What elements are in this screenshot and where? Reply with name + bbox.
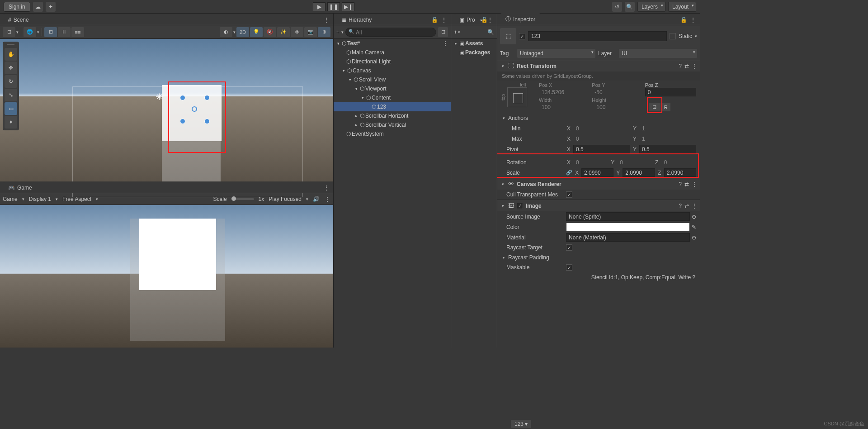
create-dropdown[interactable]: +: [336, 29, 340, 35]
help-icon[interactable]: ?: [679, 203, 682, 209]
object-picker-icon[interactable]: ⊙: [692, 214, 696, 220]
display-dropdown[interactable]: Display 1: [29, 196, 51, 202]
grid-snap-icon[interactable]: ⊞: [44, 27, 57, 37]
help-icon[interactable]: ?: [679, 63, 682, 69]
blueprint-mode-button[interactable]: ⊡: [649, 103, 660, 111]
camera-icon[interactable]: 📷: [304, 27, 317, 37]
snap-inc-icon[interactable]: ⁞⁞: [58, 27, 71, 37]
preset-icon[interactable]: ⇄: [684, 181, 689, 187]
pivot-y[interactable]: 0.5: [639, 145, 696, 153]
gizmos-icon[interactable]: ⊕: [318, 27, 330, 37]
fx-icon[interactable]: ✨: [277, 27, 290, 37]
maskable-checkbox[interactable]: ✓: [566, 264, 572, 271]
active-checkbox[interactable]: ✓: [519, 33, 525, 39]
menu-icon[interactable]: ⋮: [692, 63, 697, 69]
cloud-icon[interactable]: ☁: [33, 2, 43, 12]
sign-in-button[interactable]: Sign in: [4, 2, 30, 12]
rotate-tool-icon[interactable]: ↻: [5, 75, 17, 88]
lock-icon[interactable]: 🔓: [431, 17, 438, 23]
project-tree[interactable]: ▸▣ Assets ▣ Packages: [451, 39, 497, 348]
tab-inspector[interactable]: ⓘInspector: [500, 13, 541, 25]
panel-menu-icon[interactable]: ⋮: [690, 16, 696, 24]
game-menu-icon[interactable]: ⋮: [324, 195, 330, 203]
tool-handle-icon[interactable]: ⊡: [3, 27, 15, 37]
object-picker-icon[interactable]: ⊙: [692, 234, 696, 241]
filter-icon[interactable]: ⊡: [438, 27, 448, 37]
play-button[interactable]: ▶: [313, 2, 326, 11]
hand-tool-icon[interactable]: ✋: [5, 48, 17, 61]
vcs-icon[interactable]: ✦: [46, 2, 56, 12]
scale-tool-icon[interactable]: ⤡: [5, 89, 17, 101]
create-dropdown[interactable]: +: [454, 29, 457, 35]
raw-edit-button[interactable]: R: [661, 103, 670, 111]
audio-icon[interactable]: 🔇: [264, 27, 276, 37]
tab-hierarchy[interactable]: ≣Hierarchy: [336, 14, 377, 25]
game-dropdown[interactable]: Game: [3, 196, 18, 202]
shading-icon[interactable]: ◐: [220, 27, 232, 37]
layout-dropdown[interactable]: Layout: [668, 2, 696, 12]
name-field[interactable]: 123: [528, 31, 667, 41]
tab-scene[interactable]: #Scene: [3, 14, 34, 25]
light-icon[interactable]: 💡: [250, 27, 263, 37]
tab-game[interactable]: 🎮Game: [3, 182, 38, 193]
lock-icon[interactable]: 🔓: [680, 17, 687, 23]
handle-br[interactable]: [204, 119, 210, 124]
panel-menu-icon[interactable]: ⋮: [323, 16, 330, 24]
transform-tool-icon[interactable]: ✦: [5, 116, 17, 129]
anchor-gizmo-icon[interactable]: ✳: [156, 91, 163, 102]
cull-checkbox[interactable]: ✓: [566, 191, 572, 198]
panel-menu-icon[interactable]: ⋮: [441, 16, 447, 24]
pivot-x[interactable]: 0.5: [573, 145, 630, 153]
preset-icon[interactable]: ⇄: [684, 63, 689, 69]
preset-icon[interactable]: ⇄: [684, 203, 689, 209]
hierarchy-search[interactable]: 🔍All: [345, 28, 436, 37]
handle-center[interactable]: [192, 106, 197, 112]
layer-dropdown[interactable]: UI: [619, 49, 697, 58]
visibility-icon[interactable]: 👁: [291, 27, 303, 37]
folder-icon: ▣: [459, 40, 464, 47]
tag-dropdown[interactable]: Untagged: [517, 49, 595, 58]
eyedropper-icon[interactable]: ✎: [692, 224, 696, 230]
help-icon[interactable]: ?: [679, 181, 682, 187]
menu-icon[interactable]: ⋮: [692, 181, 697, 187]
scene-menu-icon[interactable]: ⋮: [443, 40, 448, 47]
scale-slider[interactable]: [231, 198, 254, 200]
hierarchy-tree[interactable]: ▾⬡ Test*⋮ ⬡ Main Camera ⬡ Directional Li…: [334, 39, 451, 348]
pause-button[interactable]: ❚❚: [327, 2, 340, 11]
source-image-field[interactable]: None (Sprite): [566, 212, 690, 221]
audio-toggle-icon[interactable]: 🔊: [313, 196, 320, 202]
raycast-padding-label[interactable]: Raycast Padding: [508, 254, 549, 261]
tab-project[interactable]: ▣Pro: [454, 14, 481, 25]
panel-menu-icon[interactable]: ⋮: [323, 184, 330, 191]
handle-bl[interactable]: [180, 119, 185, 124]
anchors-label[interactable]: Anchors: [508, 115, 528, 121]
scene-icon: ⬡: [342, 40, 346, 47]
static-checkbox[interactable]: [670, 33, 676, 39]
search-icon[interactable]: 🔍: [625, 2, 635, 12]
anchor-preset-button[interactable]: [507, 87, 527, 107]
rect-tool-icon[interactable]: ▭: [5, 102, 17, 115]
image-enabled-checkbox[interactable]: ✓: [517, 203, 523, 209]
material-field[interactable]: None (Material): [566, 233, 690, 242]
handle-tr[interactable]: [204, 95, 210, 100]
go-icon: ⬡: [360, 86, 364, 92]
posz-field[interactable]: 0: [645, 88, 696, 96]
handle-tl[interactable]: [180, 95, 185, 100]
help-icon[interactable]: ?: [692, 274, 695, 281]
raycast-checkbox[interactable]: ✓: [566, 244, 572, 251]
menu-icon[interactable]: ⋮: [692, 203, 697, 209]
gameobject-icon[interactable]: ⬚: [500, 28, 516, 44]
tool-globe-icon[interactable]: 🌐: [24, 27, 36, 37]
hierarchy-item-selected[interactable]: ⬡ 123: [334, 102, 451, 111]
panel-menu-icon[interactable]: ⋮: [487, 16, 493, 24]
move-tool-icon[interactable]: ✥: [5, 62, 17, 74]
snap-icon[interactable]: ≡≡: [71, 27, 84, 37]
component-title: Rect Transform: [517, 63, 676, 69]
color-field[interactable]: [566, 223, 690, 231]
layers-dropdown[interactable]: Layers: [637, 2, 665, 12]
mode-2d-button[interactable]: 2D: [236, 27, 249, 37]
scene-view[interactable]: ✋ ✥ ↻ ⤡ ▭ ✦ ✳: [0, 39, 333, 181]
search-icon[interactable]: 🔍: [487, 29, 494, 35]
step-button[interactable]: ▶❙: [342, 2, 354, 11]
undo-history-icon[interactable]: ↺: [612, 2, 622, 12]
